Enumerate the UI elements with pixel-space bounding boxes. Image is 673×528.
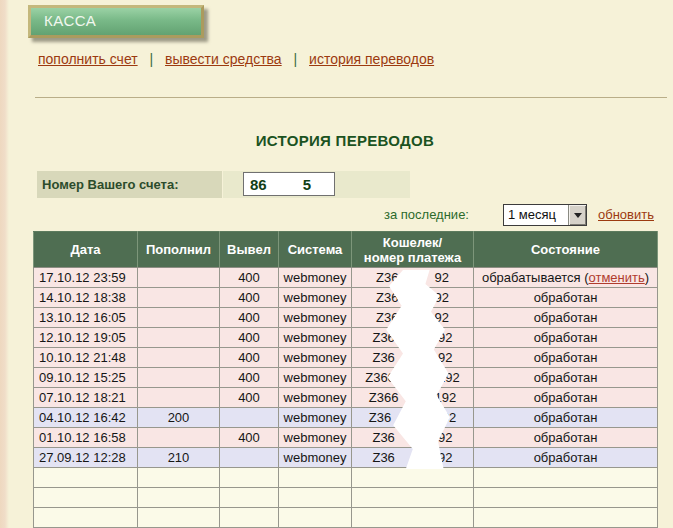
cell-system: webmoney [279, 388, 352, 408]
table-row: 09.10.12 15:25400webmoneyZ3665192обработ… [34, 368, 658, 388]
period-select-value: 1 месяц [504, 205, 568, 225]
cell-deposit [138, 288, 220, 308]
cell-status: обработан [474, 368, 658, 388]
nav-separator: | [150, 51, 154, 67]
cell-status: обработан [474, 388, 658, 408]
cell-withdraw: 400 [220, 288, 279, 308]
cell-deposit [138, 348, 220, 368]
cell-deposit [138, 328, 220, 348]
cell-status: обрабатывается (отменить) [474, 268, 658, 288]
cell-date: 17.10.12 23:59 [34, 268, 138, 288]
left-edge-strip [0, 0, 9, 528]
cell-empty [34, 488, 138, 508]
history-table-body: 17.10.12 23:59400webmoneyZ3692обрабатыва… [34, 268, 658, 528]
top-nav: пополнить счет | вывести средства | исто… [38, 51, 434, 67]
column-header-status: Состояние [474, 232, 658, 268]
history-table: Дата Пополнил Вывел Система Кошелек/ ном… [33, 231, 658, 528]
column-header-withdraw: Вывел [220, 232, 279, 268]
table-row: 17.10.12 23:59400webmoneyZ3692обрабатыва… [34, 268, 658, 288]
cell-deposit [138, 368, 220, 388]
cell-empty [34, 508, 138, 528]
cell-empty [220, 488, 279, 508]
page-title: ИСТОРИЯ ПЕРЕВОДОВ [33, 132, 657, 149]
cell-withdraw: 400 [220, 308, 279, 328]
column-header-deposit: Пополнил [138, 232, 220, 268]
cell-withdraw [220, 448, 279, 468]
cell-system: webmoney [279, 408, 352, 428]
cell-date: 14.10.12 18:38 [34, 288, 138, 308]
cell-system: webmoney [279, 268, 352, 288]
separator-line [35, 97, 667, 98]
nav-link-withdraw[interactable]: вывести средства [165, 51, 282, 67]
cell-empty [474, 508, 658, 528]
cell-empty [352, 508, 474, 528]
cell-date: 04.10.12 16:42 [34, 408, 138, 428]
table-row-empty [34, 508, 658, 528]
cell-deposit [138, 308, 220, 328]
banner-title: КАССА [31, 8, 201, 34]
cell-withdraw: 400 [220, 268, 279, 288]
table-row: 27.09.12 12:28210webmoneyZ36192обработан [34, 448, 658, 468]
table-row: 07.10.12 18:21400webmoneyZ366192обработа… [34, 388, 658, 408]
cell-date: 10.10.12 21:48 [34, 348, 138, 368]
cell-status: обработан [474, 428, 658, 448]
account-number-input[interactable]: 86 5 [243, 172, 335, 196]
cell-deposit [138, 428, 220, 448]
cell-empty [34, 468, 138, 488]
cell-withdraw: 400 [220, 328, 279, 348]
cell-empty [474, 488, 658, 508]
table-row-empty [34, 468, 658, 488]
cell-empty [279, 488, 352, 508]
table-row: 12.10.12 19:05400webmoneyZ36192обработан [34, 328, 658, 348]
cell-withdraw: 400 [220, 348, 279, 368]
cell-withdraw: 400 [220, 388, 279, 408]
column-header-system: Система [279, 232, 352, 268]
cell-empty [279, 508, 352, 528]
column-header-wallet: Кошелек/ номер платежа [352, 232, 474, 268]
cell-withdraw: 400 [220, 428, 279, 448]
cell-system: webmoney [279, 308, 352, 328]
cell-empty [352, 468, 474, 488]
cell-status: обработан [474, 308, 658, 328]
cell-date: 09.10.12 15:25 [34, 368, 138, 388]
column-header-date: Дата [34, 232, 138, 268]
cell-status: обработан [474, 348, 658, 368]
cell-empty [220, 468, 279, 488]
cell-deposit [138, 388, 220, 408]
nav-separator: | [294, 51, 298, 67]
cell-status: обработан [474, 408, 658, 428]
cell-deposit: 210 [138, 448, 220, 468]
cell-status: обработан [474, 328, 658, 348]
kassa-page: КАССА пополнить счет | вывести средства … [0, 0, 673, 528]
cell-empty [352, 488, 474, 508]
table-row: 13.10.12 16:05400webmoneyZ3692обработан [34, 308, 658, 328]
period-label: за последние: [384, 207, 469, 222]
cell-deposit: 200 [138, 408, 220, 428]
period-select[interactable]: 1 месяц [503, 204, 587, 226]
cell-system: webmoney [279, 328, 352, 348]
cell-empty [138, 488, 220, 508]
chevron-down-icon[interactable] [568, 205, 586, 225]
account-label-cell: Номер Вашего счета: [37, 171, 222, 198]
cancel-link[interactable]: отменить [589, 270, 645, 285]
nav-link-topup[interactable]: пополнить счет [38, 51, 138, 67]
cell-date: 13.10.12 16:05 [34, 308, 138, 328]
cell-empty [220, 508, 279, 528]
cell-date: 12.10.12 19:05 [34, 328, 138, 348]
table-row: 14.10.12 18:38400webmoneyZ3692обработан [34, 288, 658, 308]
table-row-empty [34, 488, 658, 508]
refresh-link[interactable]: обновить [598, 207, 654, 222]
cell-empty [138, 508, 220, 528]
cell-deposit [138, 268, 220, 288]
table-row: 10.10.12 21:48400webmoneyZ36192обработан [34, 348, 658, 368]
cell-empty [474, 468, 658, 488]
table-row: 01.10.12 16:58400webmoneyZ36192обработан [34, 428, 658, 448]
cell-system: webmoney [279, 348, 352, 368]
account-number-visible-start: 86 [250, 176, 267, 193]
account-number-visible-end: 5 [303, 176, 311, 193]
cell-date: 27.09.12 12:28 [34, 448, 138, 468]
table-row: 04.10.12 16:42200webmoneyZ365192обработа… [34, 408, 658, 428]
cell-system: webmoney [279, 368, 352, 388]
cell-date: 07.10.12 18:21 [34, 388, 138, 408]
nav-link-history[interactable]: история переводов [309, 51, 434, 67]
